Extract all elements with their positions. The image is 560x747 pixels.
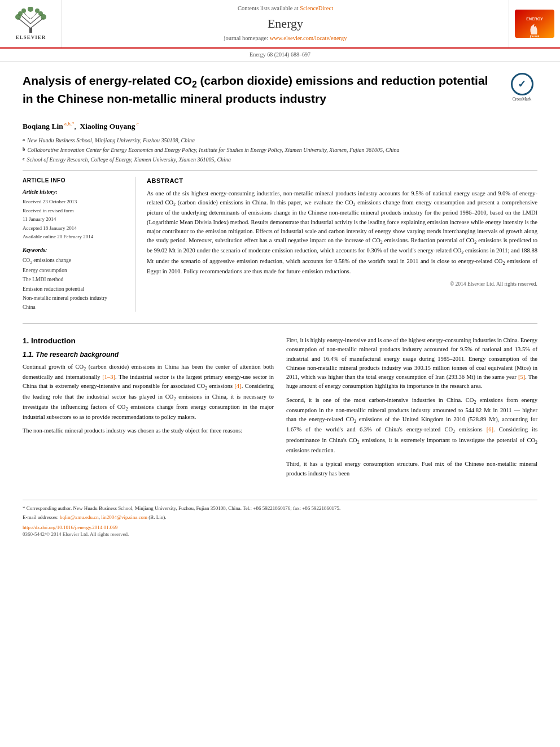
crossmark-text: CrossMark [513,97,531,103]
received-date: Received 23 October 2013 [23,198,127,206]
divider-2 [23,323,537,324]
sciencedirect-link[interactable]: ScienceDirect [300,5,333,11]
received-revised-date: 11 January 2014 [23,215,127,223]
svg-text:journal: journal [530,34,540,38]
abstract-heading: ABSTRACT [147,177,537,185]
page-footer: * Corresponding author. New Huadu Busine… [23,500,537,538]
section1-heading: 1. Introduction [23,336,274,347]
article-info-heading: ARTICLE INFO [23,177,127,185]
keyword-3: The LMDI method [23,275,127,284]
svg-text:ENERGY: ENERGY [526,17,543,21]
crossmark-circle: ✓ [511,73,533,95]
journal-vol-text: Energy 68 (2014) 688–697 [250,51,310,58]
accepted-date: Accepted 18 January 2014 [23,224,127,232]
affil-c-sup: c [23,156,25,164]
ref-link-5[interactable]: [5] [518,374,525,380]
email-suffix: (B. Lin). [148,514,166,520]
author-2-name: Xiaoling Ouyang [80,121,135,130]
article-title: Analysis of energy-related CO2 (carbon d… [23,73,501,107]
affil-a-text: New Huadu Business School, Minjiang Univ… [27,136,195,145]
energy-logo-image: ENERGY journal [515,10,554,38]
email-footnote: E-mail addresses: bqlin@xmu.edu.cn, lin2… [23,514,537,522]
affil-c-text: School of Energy Research, College of En… [27,155,231,164]
journal-header: ELSEVIER Contents lists available at Sci… [0,0,560,49]
doi-line[interactable]: http://dx.doi.org/10.1016/j.energy.2014.… [23,524,537,531]
affiliations-block: a New Huadu Business School, Minjiang Un… [23,136,537,164]
svg-point-12 [35,8,40,13]
affil-a: a New Huadu Business School, Minjiang Un… [23,136,537,145]
email-link-1[interactable]: bqlin@xmu.edu.cn [60,514,99,520]
svg-line-1 [18,18,30,28]
received-revised-label: Received in revised form [23,207,127,215]
keyword-5: Non-metallic mineral products industry [23,294,127,303]
copyright-line: © 2014 Elsevier Ltd. All rights reserved… [147,281,537,288]
elsevier-brand-text: ELSEVIER [16,34,46,41]
svg-point-13 [28,7,33,12]
ref-link-6[interactable]: [6] [487,426,493,433]
keyword-2: Energy consumption [23,266,127,275]
keyword-1: CO2 emissions change [23,256,127,266]
author-1-name: Boqiang Lin [23,121,63,130]
keyword-4: Emission reduction potential [23,285,127,294]
affil-b: b Collaborative Innovation Center for En… [23,146,537,154]
body-para-1: Continual growth of CO2 (carbon dioxide)… [23,362,274,422]
email-label: E-mail addresses: [23,514,60,520]
affil-b-text: Collaborative Innovation Center for Ener… [27,146,399,154]
svg-line-3 [21,15,30,24]
sciencedirect-label: Contents lists available at ScienceDirec… [238,5,333,13]
body-para-right-3: Third, it has a typical energy consumpti… [286,460,537,478]
body-right-col: First, it is highly energy-intensive and… [286,336,537,483]
ref-link-1-3[interactable]: [1–3] [102,374,115,380]
article-info-col: ARTICLE INFO Article history: Received 2… [23,177,135,312]
energy-logo-box: ENERGY journal [509,0,560,47]
elsevier-logo: ELSEVIER [0,0,62,47]
journal-info-center: Contents lists available at ScienceDirec… [62,0,509,47]
journal-name-display: Energy [268,15,303,33]
svg-point-11 [21,8,26,13]
footnote-star-line: * Corresponding author. New Huadu Busine… [23,505,537,513]
svg-line-2 [30,18,43,28]
ref-link-4[interactable]: [4] [234,383,241,389]
svg-line-6 [30,12,37,19]
divider-1 [23,171,537,171]
author-2-sup: c [135,121,138,126]
journal-homepage-line: journal homepage: www.elsevier.com/locat… [224,34,347,43]
authors-line: Boqiang Lin a,b,*, Xiaoling Ouyang c [23,120,537,132]
body-left-col: 1. Introduction 1.1. The research backgr… [23,336,274,483]
journal-vol-bar: Energy 68 (2014) 688–697 [0,49,560,62]
issn-line: 0360-5442/© 2014 Elsevier Ltd. All right… [23,531,537,538]
homepage-link[interactable]: www.elsevier.com/locate/energy [270,35,347,41]
affil-b-sup: b [23,146,25,154]
available-date: Available online 20 February 2014 [23,233,127,241]
keyword-6: China [23,303,127,312]
author-1-sup: a,b,* [63,121,75,126]
article-history-label: Article history: [23,188,127,196]
crossmark-logo[interactable]: ✓ CrossMark [506,73,537,103]
body-para-right-2: Second, it is one of the most carbon-int… [286,396,537,456]
body-para-right-1: First, it is highly energy-intensive and… [286,336,537,391]
affil-a-sup: a [23,137,25,145]
subsection1-heading: 1.1. The research background [23,350,274,360]
abstract-text: As one of the six highest energy-consumi… [147,189,537,277]
body-para-2: The non-metallic mineral products indust… [23,426,274,435]
keywords-list: CO2 emissions change Energy consumption … [23,256,127,312]
svg-line-4 [30,15,41,24]
abstract-col: ABSTRACT As one of the six highest energ… [147,177,537,312]
article-dates: Received 23 October 2013 Received in rev… [23,198,127,241]
keywords-label: Keywords: [23,246,127,254]
email-link-2[interactable]: lin2004@vip.sina.com [101,514,147,520]
affil-c: c School of Energy Research, College of … [23,155,537,164]
svg-rect-0 [29,28,32,33]
